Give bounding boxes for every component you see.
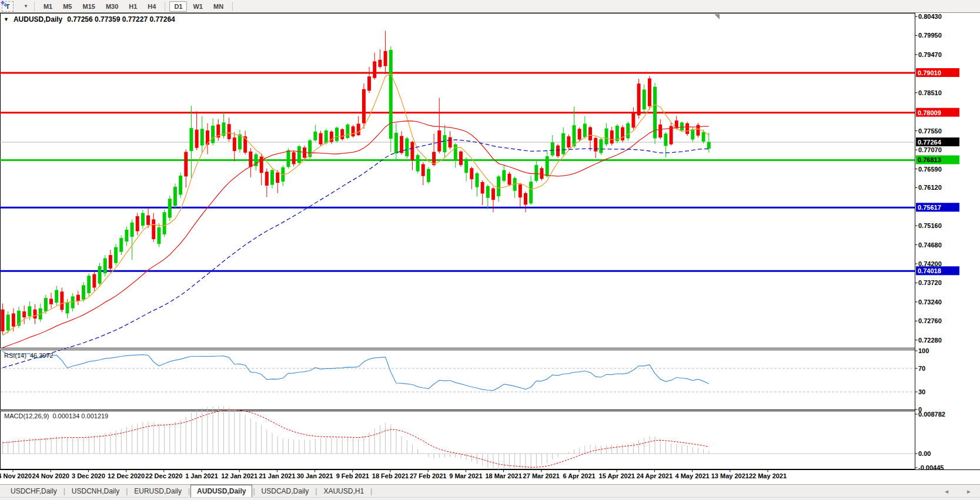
candle-body [136,216,139,231]
date-axis-label: 1 Jan 2021 [185,472,218,479]
price-axis-label: 0.73240 [918,298,942,306]
candle-body [416,155,420,172]
candle-body [125,230,128,241]
shapes-tool-button[interactable]: ▼ [19,2,31,11]
macd-values: 0.000134 0.001219 [52,412,108,420]
rsi-indicator-label: RSI(14) 46.3972 [4,352,53,359]
rsi-name: RSI(14) [4,352,26,359]
price-axis-label: 0.74680 [918,241,942,249]
timeframe-button-mn[interactable]: MN [209,1,228,12]
candle-body [362,89,366,123]
chart-title-bar: ▼ AUDUSD,Daily 0.77256 0.77359 0.77227 0… [4,15,175,24]
candle-body [631,113,635,128]
candle-body [427,169,430,182]
candle-body [34,310,37,319]
date-axis-label: 3 Dec 2020 [72,472,105,479]
candle-body [497,176,500,196]
price-axis-label: 0.74018 [918,267,941,274]
candle-body [233,137,236,151]
candle-body [464,159,468,173]
candle-body [114,247,118,263]
candle-body [534,165,538,181]
candle-body [405,138,409,156]
candle-body [422,164,425,176]
price-axis-label: 0.77264 [918,139,942,146]
candle-body [551,142,554,155]
chart-ohlc-values: 0.77256 0.77359 0.77227 0.77264 [67,15,175,24]
candle-body [60,291,63,310]
price-axis-label: 0.76590 [918,166,942,173]
candle-body [313,132,317,140]
candle-body [287,150,290,167]
candle-body [599,139,603,153]
timeframe-button-m5[interactable]: M5 [58,1,76,12]
date-axis-label: 30 Jan 2021 [297,472,333,479]
price-axis-label: 0.00 [918,450,931,457]
price-axis-label: -0.00445 [918,464,944,471]
timeframe-button-m1[interactable]: M1 [39,1,57,12]
date-axis-label: 4 May 2021 [675,472,710,479]
candle-body [44,298,48,311]
candle-body [378,60,382,67]
candle-body [228,124,231,139]
candle-body [146,216,150,225]
chevron-down-icon: ▼ [24,4,28,9]
tab-eurusd[interactable]: EURUSD,Daily [128,485,188,497]
candle-body [658,125,662,137]
candle-body [702,132,705,142]
timeframe-button-m15[interactable]: M15 [78,1,99,12]
candle-body [680,122,684,130]
chart-canvas[interactable]: 0.804300.799500.794700.785100.775500.770… [0,12,980,484]
tab-scroll-left-icon[interactable]: ◄ [944,488,949,495]
tab-scroll-right-icon[interactable]: ► [966,488,972,495]
candle-body [325,130,328,143]
candle-body [707,142,711,149]
candle-body [131,223,134,237]
price-axis-label: 100 [918,347,929,354]
candle-body [524,193,527,205]
date-axis-label: 9 Feb 2021 [336,472,369,479]
date-axis-label: 18 Feb 2021 [372,472,409,479]
tab-usdchf[interactable]: USDCHF,Daily [5,485,63,497]
tab-usdcnh[interactable]: USDCNH,Daily [66,485,125,497]
price-axis-label: 30 [918,388,925,395]
candle-body [189,128,193,151]
candle-body [55,290,58,303]
candle-body [561,133,565,155]
candle-body [260,157,263,173]
candle-body [76,295,80,301]
candle-body [605,129,608,145]
candle-body [664,133,667,146]
tab-usdcad[interactable]: USDCAD,Daily [256,485,315,497]
candle-body [691,129,694,140]
chart-window[interactable]: 0.804300.799500.794700.785100.775500.770… [0,12,980,484]
candle-body [1,310,5,331]
candle-body [507,174,511,185]
rsi-panel[interactable] [1,350,915,410]
candle-body [400,136,403,153]
price-axis-label: 0.74200 [918,260,942,267]
shapes-cycle-icon [0,0,9,8]
tab-audusd[interactable]: AUDUSD,Daily [190,485,252,498]
price-axis-label: 0.72760 [918,317,942,324]
price-axis-label: 0.79010 [918,69,941,76]
candle-body [87,276,91,293]
date-axis-label: 21 Jan 2021 [259,472,296,479]
candle-body [556,146,560,156]
timeframe-button-w1[interactable]: W1 [188,1,208,12]
candle-body [502,170,506,181]
collapse-triangle-icon[interactable]: ▼ [4,16,9,22]
price-axis-label: 0.77550 [918,127,942,135]
tab-xauusd[interactable]: XAUUSD,H1 [317,485,370,497]
candle-body [319,133,323,145]
timeframe-button-m30[interactable]: M30 [101,1,123,12]
timeframe-button-d1[interactable]: D1 [169,1,187,12]
candle-body [594,138,597,152]
candle-body [384,51,387,66]
timeframe-button-h4[interactable]: H4 [143,1,160,12]
main-chart-panel[interactable] [1,14,915,348]
price-axis-label: 0.79470 [918,51,942,58]
price-axis-label: 0.72280 [918,337,942,344]
tab-separator: | [370,487,373,495]
timeframe-button-h1[interactable]: H1 [124,1,142,12]
